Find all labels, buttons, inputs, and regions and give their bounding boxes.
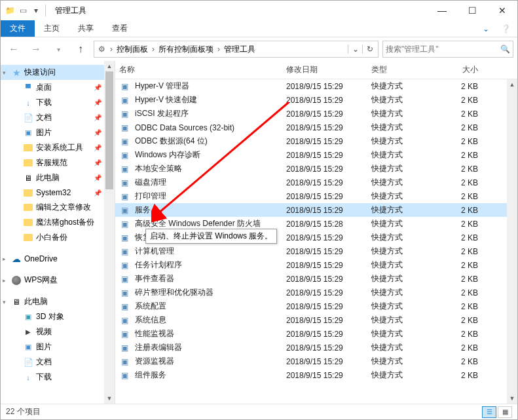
- sidebar-item[interactable]: 下载📌: [1, 95, 115, 110]
- sidebar-item[interactable]: 编辑之文章修改: [1, 200, 115, 215]
- up-button[interactable]: ↑: [71, 41, 90, 57]
- pin-icon: 📌: [94, 144, 102, 151]
- tab-view[interactable]: 查看: [103, 20, 137, 37]
- wps-header[interactable]: ▸ WPS网盘: [1, 273, 115, 288]
- minimize-button[interactable]: —: [427, 1, 457, 20]
- quick-access-header[interactable]: ▾ 快速访问: [1, 65, 115, 80]
- file-row[interactable]: 注册表编辑器2018/9/15 15:29快捷方式2 KB: [115, 341, 517, 354]
- sidebar-item[interactable]: 此电脑📌: [1, 170, 115, 185]
- help-icon[interactable]: ❔: [494, 20, 517, 37]
- sidebar-item[interactable]: 小白备份: [1, 230, 115, 245]
- ribbon-expand-icon[interactable]: ⌄: [477, 20, 494, 37]
- sidebar-item[interactable]: 图片: [1, 339, 115, 354]
- shortcut-icon: [119, 260, 130, 271]
- separator: [45, 5, 46, 16]
- breadcrumb-seg[interactable]: 控制面板: [115, 44, 149, 55]
- chevron-down-icon[interactable]: ▾: [3, 69, 6, 76]
- address-dropdown[interactable]: ⌄: [348, 45, 362, 54]
- file-size: 2 KB: [443, 192, 482, 201]
- details-view-button[interactable]: ☰: [482, 406, 496, 418]
- file-row[interactable]: 资源监视器2018/9/15 15:29快捷方式2 KB: [115, 354, 517, 368]
- chevron-right-icon[interactable]: ›: [109, 45, 114, 54]
- file-row[interactable]: Windows 内存诊断2018/9/15 15:29快捷方式2 KB: [115, 148, 517, 162]
- scroll-thumb[interactable]: [105, 71, 113, 189]
- file-row[interactable]: 组件服务2018/9/15 15:29快捷方式2 KB: [115, 368, 517, 382]
- file-row[interactable]: 性能监视器2018/9/15 15:29快捷方式2 KB: [115, 327, 517, 341]
- maximize-button[interactable]: ☐: [457, 1, 487, 20]
- scroll-down-icon[interactable]: ▼: [104, 393, 115, 404]
- search-icon[interactable]: 🔍: [500, 45, 510, 54]
- col-type[interactable]: 类型: [367, 64, 443, 75]
- sidebar-item[interactable]: 图片📌: [1, 125, 115, 140]
- chevron-right-icon[interactable]: ›: [216, 45, 221, 54]
- col-date[interactable]: 修改日期: [282, 64, 367, 75]
- file-size: 2 KB: [443, 316, 482, 325]
- file-row[interactable]: 系统信息2018/9/15 15:29快捷方式2 KB: [115, 313, 517, 327]
- file-row[interactable]: 事件查看器2018/9/15 15:29快捷方式2 KB: [115, 272, 517, 286]
- nav-scrollbar[interactable]: ▲ ▼: [104, 61, 115, 404]
- properties-icon[interactable]: ▭: [18, 5, 28, 16]
- file-row[interactable]: 打印管理2018/9/15 15:29快捷方式2 KB: [115, 189, 517, 203]
- file-size: 2 KB: [443, 206, 482, 215]
- sidebar-item[interactable]: 下载: [1, 370, 115, 385]
- chevron-right-icon[interactable]: ›: [151, 45, 156, 54]
- file-row[interactable]: 磁盘清理2018/9/15 15:29快捷方式2 KB: [115, 176, 517, 189]
- file-row[interactable]: 任务计划程序2018/9/15 15:29快捷方式2 KB: [115, 258, 517, 272]
- sidebar-item[interactable]: 桌面📌: [1, 80, 115, 95]
- sidebar-item[interactable]: System32📌: [1, 185, 115, 200]
- breadcrumb-seg[interactable]: 管理工具: [223, 44, 257, 55]
- file-date: 2018/9/15 15:28: [282, 220, 367, 229]
- tab-home[interactable]: 主页: [35, 20, 69, 37]
- file-row[interactable]: Hyper-V 管理器2018/9/15 15:29快捷方式2 KB: [115, 79, 517, 93]
- chevron-down-icon[interactable]: ▾: [3, 299, 6, 305]
- file-size: 2 KB: [443, 261, 482, 270]
- shortcut-icon: [119, 136, 130, 147]
- breadcrumb-seg[interactable]: 所有控制面板项: [157, 44, 215, 55]
- qat-dropdown-icon[interactable]: ▾: [31, 5, 41, 16]
- file-row[interactable]: 系统配置2018/9/15 15:29快捷方式2 KB: [115, 299, 517, 313]
- file-row[interactable]: ODBC Data Sources (32-bit)2018/9/15 15:2…: [115, 121, 517, 134]
- file-row[interactable]: 服务2018/9/15 15:29快捷方式2 KB: [115, 203, 517, 217]
- tab-share[interactable]: 共享: [69, 20, 103, 37]
- file-size: 2 KB: [443, 247, 482, 256]
- scroll-up-icon[interactable]: ▲: [507, 79, 517, 90]
- scroll-down-icon[interactable]: ▼: [507, 393, 517, 404]
- back-button[interactable]: ←: [5, 41, 23, 57]
- file-row[interactable]: iSCSI 发起程序2018/9/15 15:29快捷方式2 KB: [115, 107, 517, 121]
- sidebar-item[interactable]: 视频: [1, 324, 115, 339]
- file-row[interactable]: 计算机管理2018/9/15 15:29快捷方式2 KB: [115, 244, 517, 258]
- chevron-right-icon[interactable]: ▸: [3, 277, 6, 284]
- sidebar-item[interactable]: 3D 对象: [1, 309, 115, 324]
- breadcrumb[interactable]: ⚙ › 控制面板 › 所有控制面板项 › 管理工具 ⌄ ↻: [94, 41, 379, 58]
- shortcut-icon: [119, 81, 130, 92]
- icons-view-button[interactable]: ▦: [498, 406, 512, 418]
- file-size: 2 KB: [443, 371, 482, 380]
- file-type: 快捷方式: [367, 218, 443, 229]
- forward-button[interactable]: →: [27, 41, 45, 57]
- file-type: 快捷方式: [367, 370, 443, 381]
- scroll-up-icon[interactable]: ▲: [104, 61, 115, 71]
- file-type: 快捷方式: [367, 301, 443, 312]
- file-tab[interactable]: 文件: [1, 20, 35, 37]
- sidebar-item[interactable]: 文档: [1, 354, 115, 370]
- this-pc-header[interactable]: ▾ 此电脑: [1, 294, 115, 309]
- sidebar-item[interactable]: 安装系统工具📌: [1, 140, 115, 155]
- file-row[interactable]: 碎片整理和优化驱动器2018/9/15 15:29快捷方式2 KB: [115, 286, 517, 299]
- content-scrollbar[interactable]: ▲ ▼: [507, 79, 517, 404]
- col-name[interactable]: 名称: [115, 64, 282, 75]
- search-input[interactable]: 搜索"管理工具" 🔍: [382, 41, 513, 58]
- onedrive-header[interactable]: ▸ OneDrive: [1, 252, 115, 266]
- chevron-right-icon[interactable]: ▸: [3, 256, 6, 262]
- file-row[interactable]: Hyper-V 快速创建2018/9/15 15:29快捷方式2 KB: [115, 93, 517, 107]
- pin-icon: 📌: [94, 84, 102, 91]
- col-size[interactable]: 大小: [443, 64, 482, 75]
- file-name: 计算机管理: [135, 246, 174, 257]
- history-dropdown[interactable]: ▾: [49, 41, 67, 57]
- close-button[interactable]: ✕: [487, 1, 517, 20]
- file-row[interactable]: 本地安全策略2018/9/15 15:29快捷方式2 KB: [115, 162, 517, 176]
- refresh-button[interactable]: ↻: [362, 45, 377, 54]
- file-row[interactable]: ODBC 数据源(64 位)2018/9/15 15:29快捷方式2 KB: [115, 134, 517, 148]
- sidebar-item[interactable]: 客服规范📌: [1, 155, 115, 170]
- sidebar-item[interactable]: 魔法猪ghost备份: [1, 215, 115, 230]
- sidebar-item[interactable]: 文档📌: [1, 110, 115, 125]
